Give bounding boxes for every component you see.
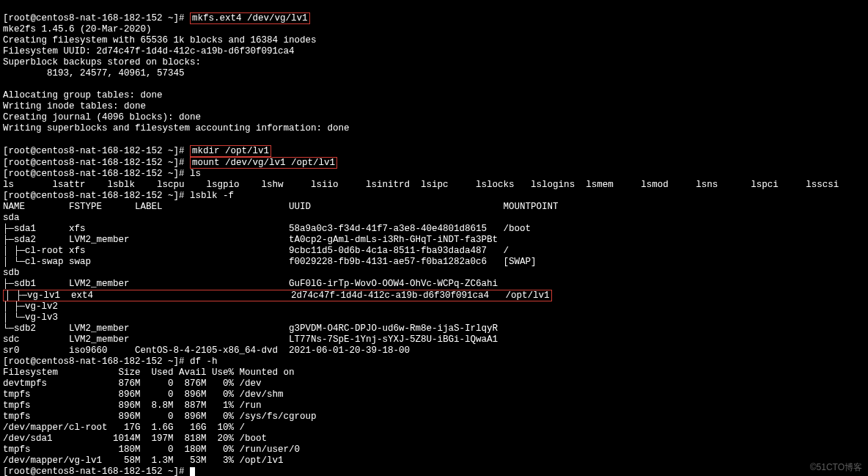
lsblk-row-highlight: │ ├─vg-lv1 ext4 2d74c47f-1d4d-412c-a19b-…	[3, 290, 552, 301]
terminal[interactable]: [root@centos8-nat-168-182-152 ~]# mkfs.e…	[0, 0, 868, 476]
output-line: Writing inode tables: done	[3, 101, 146, 111]
output-line: Allocating group tables: done	[3, 90, 163, 100]
cmd-mkdir: mkdir /opt/lv1	[190, 145, 271, 157]
lsblk-row: sr0 iso9660 CentOS-8-4-2105-x86_64-dvd 2…	[3, 345, 410, 356]
df-row: /dev/mapper/vg-lv1 58M 1.3M 53M 3% /opt/…	[3, 455, 284, 466]
lsblk-row: │ └─cl-swap swap f0029228-fb9b-4131-ae57…	[3, 257, 537, 267]
prompt: [root@centos8-nat-168-182-152 ~]#	[3, 356, 185, 367]
watermark: ©51CTO博客	[810, 462, 862, 473]
lsblk-row: ├─sdb1 LVM2_member GuF0lG-irTp-WovO-OOW4…	[3, 279, 498, 289]
df-row: tmpfs 896M 8.8M 887M 1% /run	[3, 400, 262, 411]
output-line: Creating filesystem with 65536 1k blocks…	[3, 35, 317, 45]
output-line: 8193, 24577, 40961, 57345	[3, 68, 185, 78]
cmd-ls: ls	[190, 169, 201, 179]
df-row: /dev/sda1 1014M 197M 818M 20% /boot	[3, 433, 267, 444]
df-row: tmpfs 896M 0 896M 0% /dev/shm	[3, 389, 284, 400]
lsblk-header: NAME FSTYPE LABEL UUID MOUNTPOINT	[3, 202, 559, 212]
df-row: tmpfs 180M 0 180M 0% /run/user/0	[3, 444, 300, 455]
cmd-lsblk: lsblk -f	[190, 191, 234, 201]
lsblk-row: │ ├─cl-root xfs 9cbc11d5-0d6b-4c1a-8511-…	[3, 246, 509, 256]
df-header: Filesystem Size Used Avail Use% Mounted …	[3, 367, 295, 378]
lsblk-row: sda	[3, 213, 20, 223]
cmd-df: df -h	[190, 356, 218, 367]
prompt: [root@centos8-nat-168-182-152 ~]#	[3, 466, 185, 476]
prompt: [root@centos8-nat-168-182-152 ~]#	[3, 191, 185, 201]
df-row: tmpfs 896M 0 896M 0% /sys/fs/cgroup	[3, 411, 317, 422]
output-line: Creating journal (4096 blocks): done	[3, 112, 201, 122]
df-row: /dev/mapper/cl-root 17G 1.6G 16G 10% /	[3, 422, 245, 433]
output-line: Writing superblocks and filesystem accou…	[3, 123, 350, 133]
lsblk-row: │ └─vg-lv3	[3, 312, 58, 323]
output-line: Superblock backups stored on blocks:	[3, 57, 201, 67]
prompt: [root@centos8-nat-168-182-152 ~]#	[3, 146, 185, 156]
lsblk-row: │ ├─vg-lv2	[3, 301, 58, 312]
lsblk-row: ├─sda1 xfs 58a9a0c3-f34d-41f7-a3e8-40e48…	[3, 224, 531, 234]
lsblk-row: └─sdb2 LVM2_member g3PVDM-O4RC-DPJO-ud6w…	[3, 323, 498, 334]
ls-output: ls lsattr lsblk lscpu lsgpio lshw lsiio …	[3, 180, 839, 190]
lsblk-row: ├─sda2 LVM2_member tA0cp2-gAml-dmLs-i3Rh…	[3, 235, 498, 245]
output-line: Filesystem UUID: 2d74c47f-1d4d-412c-a19b…	[3, 46, 295, 56]
output-line: mke2fs 1.45.6 (20-Mar-2020)	[3, 24, 152, 34]
cmd-mount: mount /dev/vg/lv1 /opt/lv1	[190, 157, 337, 169]
cmd-mkfs: mkfs.ext4 /dev/vg/lv1	[190, 12, 310, 24]
prompt: [root@centos8-nat-168-182-152 ~]#	[3, 158, 185, 168]
df-row: devtmpfs 876M 0 876M 0% /dev	[3, 378, 262, 389]
prompt: [root@centos8-nat-168-182-152 ~]#	[3, 169, 185, 179]
lsblk-row: sdc LVM2_member LT77Ns-7SpE-1Ynj-sYXJ-5Z…	[3, 334, 498, 345]
cursor[interactable]	[190, 467, 195, 476]
prompt: [root@centos8-nat-168-182-152 ~]#	[3, 13, 185, 23]
lsblk-row: sdb	[3, 268, 20, 278]
